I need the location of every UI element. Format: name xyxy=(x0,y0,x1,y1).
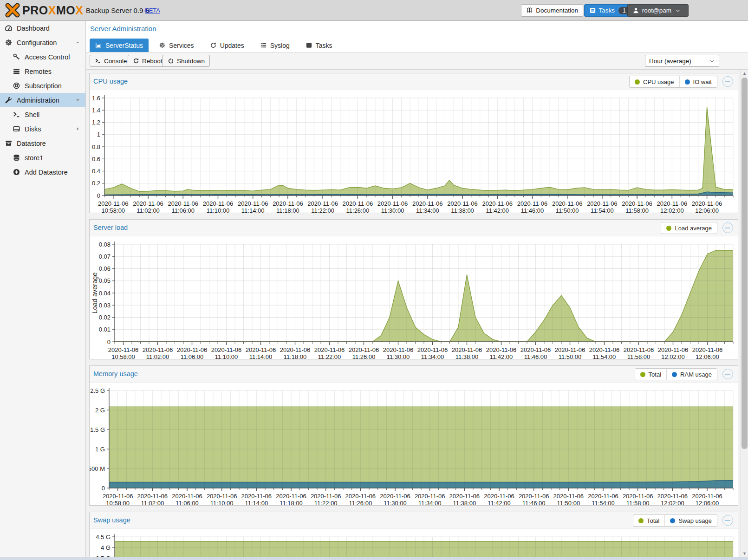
chart-legend: TotalSwap usage xyxy=(633,514,717,527)
svg-text:2020-11-06: 2020-11-06 xyxy=(108,346,139,353)
legend-dot xyxy=(635,79,640,85)
svg-text:0.07: 0.07 xyxy=(99,253,111,260)
sidebar-item-administration[interactable]: Administration xyxy=(0,93,85,107)
svg-text:11:18:00: 11:18:00 xyxy=(284,353,307,359)
main-titlebar: Server Administration xyxy=(86,21,748,37)
legend-label: Total xyxy=(647,517,659,524)
svg-text:4.5 G: 4.5 G xyxy=(96,534,111,540)
svg-text:11:46:00: 11:46:00 xyxy=(524,353,547,359)
console-label: Console xyxy=(104,58,127,65)
legend-label: IO wait xyxy=(693,78,712,85)
chart-area-icon xyxy=(95,42,105,49)
scrollbar-thumb[interactable] xyxy=(741,78,748,449)
svg-text:11:42:00: 11:42:00 xyxy=(488,500,511,505)
legend-entry[interactable]: Load average xyxy=(661,222,717,234)
legend-entry[interactable]: IO wait xyxy=(679,76,717,87)
brand-wordmark: PROXMOX xyxy=(22,4,83,17)
legend-entry[interactable]: RAM usage xyxy=(666,369,717,380)
swap-usage-chart: 0500 M1 G1.5 G2 G2.5 G3 G3.5 G4 G4.5 G20… xyxy=(90,529,738,557)
tab-tasks[interactable]: Tasks xyxy=(300,39,338,52)
tab-syslog[interactable]: Syslog xyxy=(254,39,295,52)
collapse-panel-icon[interactable] xyxy=(722,369,733,379)
svg-text:1.2: 1.2 xyxy=(92,119,100,126)
sidebar-item-remotes[interactable]: Remotes xyxy=(0,64,85,78)
reboot-button[interactable]: Reboot xyxy=(128,55,168,67)
svg-text:1.6: 1.6 xyxy=(92,95,100,102)
remotes-icon xyxy=(13,67,20,75)
svg-text:2020-11-06: 2020-11-06 xyxy=(383,346,414,353)
legend-entry[interactable]: Swap usage xyxy=(664,515,717,526)
sidebar-item-configuration[interactable]: Configuration xyxy=(0,35,85,50)
collapse-panel-icon[interactable] xyxy=(722,76,733,87)
legend-label: Swap usage xyxy=(678,517,712,524)
svg-text:0: 0 xyxy=(97,192,100,199)
scroll-up-arrow[interactable]: ▲ xyxy=(741,70,748,77)
power-icon xyxy=(168,58,174,64)
svg-text:0: 0 xyxy=(102,485,105,492)
tab-services[interactable]: Services xyxy=(153,39,200,52)
panel-swap-usage: Swap usage TotalSwap usage 0500 M1 G1.5 … xyxy=(89,512,738,557)
sidebar-item-label: Disks xyxy=(25,125,41,133)
svg-text:2020-11-06: 2020-11-06 xyxy=(343,200,373,207)
svg-text:2020-11-06: 2020-11-06 xyxy=(307,200,338,207)
svg-text:2020-11-06: 2020-11-06 xyxy=(484,493,514,500)
tab-updates[interactable]: Updates xyxy=(204,39,250,52)
list-icon xyxy=(260,42,270,49)
time-range-select[interactable]: Hour (average) xyxy=(645,55,719,67)
svg-text:2020-11-06: 2020-11-06 xyxy=(692,493,722,500)
svg-text:11:26:00: 11:26:00 xyxy=(346,207,370,213)
legend-entry[interactable]: Total xyxy=(635,369,666,380)
svg-text:10:58:00: 10:58:00 xyxy=(102,207,125,213)
svg-text:2020-11-06: 2020-11-06 xyxy=(657,200,688,207)
sidebar-item-store1[interactable]: store1 xyxy=(0,150,85,165)
shutdown-button[interactable]: Shutdown xyxy=(163,55,210,67)
sidebar-item-dashboard[interactable]: Dashboard xyxy=(0,21,85,35)
caret-down-icon xyxy=(75,97,81,103)
sidebar-item-access-control[interactable]: Access Control xyxy=(0,50,85,64)
sidebar-item-disks[interactable]: Disks xyxy=(0,122,85,136)
archive-icon xyxy=(5,139,13,147)
legend-entry[interactable]: Total xyxy=(633,515,664,526)
svg-text:11:06:00: 11:06:00 xyxy=(181,353,204,359)
collapse-panel-icon[interactable] xyxy=(722,515,733,526)
vertical-scrollbar[interactable]: ▲ ▼ xyxy=(741,70,748,557)
svg-text:11:14:00: 11:14:00 xyxy=(249,353,273,359)
legend-entry[interactable]: CPU usage xyxy=(630,76,679,87)
svg-text:0.2: 0.2 xyxy=(92,180,100,187)
sidebar-item-datastore[interactable]: Datastore xyxy=(0,136,85,150)
console-button[interactable]: Console xyxy=(90,55,132,67)
svg-text:0.4: 0.4 xyxy=(92,168,100,175)
sidebar-item-add-datastore[interactable]: Add Datastore xyxy=(0,165,85,179)
top-bar: PROXMOX Backup Server 0.9-6 BETA Documen… xyxy=(0,0,748,21)
panel-header: Swap usage TotalSwap usage xyxy=(90,512,738,529)
svg-text:2020-11-06: 2020-11-06 xyxy=(519,493,549,500)
svg-text:2020-11-06: 2020-11-06 xyxy=(589,346,620,353)
sidebar-nav: DashboardConfigurationAccess ControlRemo… xyxy=(0,21,86,557)
user-menu-button[interactable]: root@pam xyxy=(627,4,689,17)
svg-text:11:42:00: 11:42:00 xyxy=(490,353,513,359)
sidebar-item-subscription[interactable]: Subscription xyxy=(0,78,85,93)
user-label: root@pam xyxy=(642,7,671,14)
tab-serverstatus[interactable]: ServerStatus xyxy=(90,39,149,52)
sidebar-item-shell[interactable]: Shell xyxy=(0,107,85,122)
panel-title: Memory usage xyxy=(93,370,138,378)
svg-text:2020-11-06: 2020-11-06 xyxy=(412,200,443,207)
svg-text:1.5 G: 1.5 G xyxy=(90,426,105,433)
svg-text:11:42:00: 11:42:00 xyxy=(486,207,509,213)
scroll-down-arrow[interactable]: ▼ xyxy=(741,550,748,557)
svg-text:2020-11-06: 2020-11-06 xyxy=(311,493,341,500)
beta-link[interactable]: BETA xyxy=(145,7,160,14)
svg-text:11:38:00: 11:38:00 xyxy=(455,353,479,359)
sidebar-item-label: Access Control xyxy=(25,53,70,61)
svg-text:2.5 G: 2.5 G xyxy=(90,387,105,394)
gears-icon xyxy=(5,39,13,46)
documentation-button[interactable]: Documentation xyxy=(521,4,583,17)
svg-text:2020-11-06: 2020-11-06 xyxy=(103,493,133,500)
svg-text:Load average: Load average xyxy=(91,273,98,314)
panel-title: CPU usage xyxy=(93,78,128,85)
task-list-icon xyxy=(589,7,596,14)
svg-text:12:06:00: 12:06:00 xyxy=(695,207,719,213)
collapse-panel-icon[interactable] xyxy=(722,222,733,233)
disk-icon xyxy=(13,125,20,133)
list-alt-icon xyxy=(306,42,316,49)
